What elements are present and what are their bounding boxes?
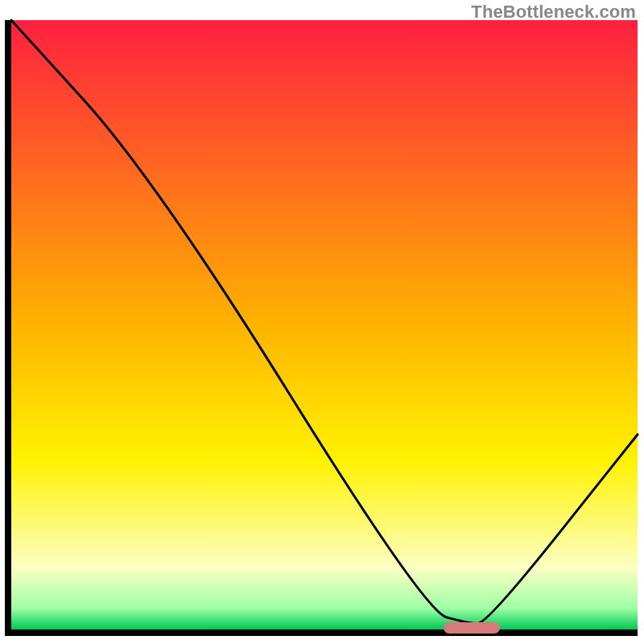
gradient-background: [11, 20, 638, 630]
optimal-range-marker: [444, 622, 500, 634]
chart-canvas: TheBottleneck.com: [0, 0, 644, 644]
x-axis: [5, 630, 638, 636]
attribution-text: TheBottleneck.com: [471, 2, 636, 23]
y-axis: [5, 20, 11, 636]
chart-svg: [0, 0, 644, 644]
